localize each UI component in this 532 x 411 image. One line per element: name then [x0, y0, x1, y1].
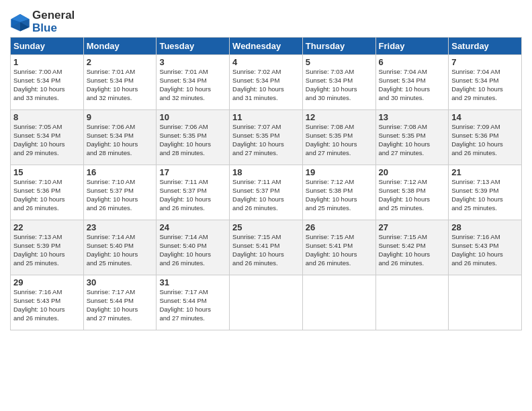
weekday-header: Thursday — [302, 38, 375, 55]
logo: General Blue — [10, 9, 75, 34]
calendar-cell — [302, 275, 375, 330]
calendar-cell: 5Sunrise: 7:03 AMSunset: 5:34 PMDaylight… — [302, 55, 375, 110]
weekday-header: Saturday — [449, 38, 522, 55]
cell-content: Sunrise: 7:14 AMSunset: 5:40 PMDaylight:… — [159, 233, 226, 267]
calendar-cell: 3Sunrise: 7:01 AMSunset: 5:34 PMDaylight… — [157, 55, 230, 110]
calendar-cell: 22Sunrise: 7:13 AMSunset: 5:39 PMDayligh… — [11, 220, 84, 275]
calendar-cell: 1Sunrise: 7:00 AMSunset: 5:34 PMDaylight… — [11, 55, 84, 110]
day-number: 21 — [451, 167, 519, 177]
calendar-cell: 31Sunrise: 7:17 AMSunset: 5:44 PMDayligh… — [157, 275, 230, 330]
cell-content: Sunrise: 7:10 AMSunset: 5:37 PMDaylight:… — [87, 178, 154, 212]
calendar-cell: 8Sunrise: 7:05 AMSunset: 5:34 PMDaylight… — [11, 110, 84, 165]
calendar-cell: 18Sunrise: 7:11 AMSunset: 5:37 PMDayligh… — [230, 165, 303, 220]
day-number: 31 — [159, 277, 226, 287]
day-number: 4 — [232, 57, 300, 67]
calendar-header-row: SundayMondayTuesdayWednesdayThursdayFrid… — [11, 38, 522, 55]
weekday-header: Tuesday — [157, 38, 230, 55]
day-number: 6 — [379, 57, 446, 67]
cell-content: Sunrise: 7:06 AMSunset: 5:35 PMDaylight:… — [159, 123, 226, 157]
day-number: 15 — [13, 167, 81, 177]
day-number: 24 — [159, 222, 226, 232]
cell-content: Sunrise: 7:10 AMSunset: 5:36 PMDaylight:… — [13, 178, 81, 212]
day-number: 30 — [87, 277, 154, 287]
calendar-cell: 23Sunrise: 7:14 AMSunset: 5:40 PMDayligh… — [83, 220, 157, 275]
calendar-week-row: 8Sunrise: 7:05 AMSunset: 5:34 PMDaylight… — [11, 110, 522, 165]
cell-content: Sunrise: 7:15 AMSunset: 5:42 PMDaylight:… — [379, 233, 446, 267]
day-number: 9 — [87, 112, 154, 122]
calendar-cell: 27Sunrise: 7:15 AMSunset: 5:42 PMDayligh… — [375, 220, 449, 275]
day-number: 22 — [13, 222, 81, 232]
header: General Blue — [10, 7, 522, 34]
calendar-week-row: 22Sunrise: 7:13 AMSunset: 5:39 PMDayligh… — [11, 220, 522, 275]
day-number: 8 — [13, 112, 81, 122]
calendar-cell: 28Sunrise: 7:16 AMSunset: 5:43 PMDayligh… — [449, 220, 522, 275]
cell-content: Sunrise: 7:04 AMSunset: 5:34 PMDaylight:… — [379, 68, 446, 102]
calendar-cell: 2Sunrise: 7:01 AMSunset: 5:34 PMDaylight… — [83, 55, 157, 110]
calendar-cell: 7Sunrise: 7:04 AMSunset: 5:34 PMDaylight… — [449, 55, 522, 110]
cell-content: Sunrise: 7:17 AMSunset: 5:44 PMDaylight:… — [159, 288, 226, 322]
calendar-cell: 11Sunrise: 7:07 AMSunset: 5:35 PMDayligh… — [230, 110, 303, 165]
calendar-cell — [375, 275, 449, 330]
calendar-cell: 25Sunrise: 7:15 AMSunset: 5:41 PMDayligh… — [230, 220, 303, 275]
calendar-cell: 24Sunrise: 7:14 AMSunset: 5:40 PMDayligh… — [157, 220, 230, 275]
weekday-header: Wednesday — [230, 38, 303, 55]
cell-content: Sunrise: 7:06 AMSunset: 5:34 PMDaylight:… — [87, 123, 154, 157]
day-number: 14 — [451, 112, 519, 122]
cell-content: Sunrise: 7:01 AMSunset: 5:34 PMDaylight:… — [87, 68, 154, 102]
cell-content: Sunrise: 7:09 AMSunset: 5:36 PMDaylight:… — [451, 123, 519, 157]
cell-content: Sunrise: 7:15 AMSunset: 5:41 PMDaylight:… — [306, 233, 373, 267]
cell-content: Sunrise: 7:08 AMSunset: 5:35 PMDaylight:… — [306, 123, 373, 157]
calendar-cell: 10Sunrise: 7:06 AMSunset: 5:35 PMDayligh… — [157, 110, 230, 165]
day-number: 16 — [87, 167, 154, 177]
day-number: 18 — [232, 167, 300, 177]
calendar-cell: 30Sunrise: 7:17 AMSunset: 5:44 PMDayligh… — [83, 275, 157, 330]
cell-content: Sunrise: 7:11 AMSunset: 5:37 PMDaylight:… — [159, 178, 226, 212]
cell-content: Sunrise: 7:12 AMSunset: 5:38 PMDaylight:… — [379, 178, 446, 212]
cell-content: Sunrise: 7:14 AMSunset: 5:40 PMDaylight:… — [87, 233, 154, 267]
calendar-cell: 4Sunrise: 7:02 AMSunset: 5:34 PMDaylight… — [230, 55, 303, 110]
cell-content: Sunrise: 7:11 AMSunset: 5:37 PMDaylight:… — [232, 178, 300, 212]
logo-text: General Blue — [32, 9, 75, 34]
calendar-cell — [230, 275, 303, 330]
calendar-cell: 6Sunrise: 7:04 AMSunset: 5:34 PMDaylight… — [375, 55, 449, 110]
cell-content: Sunrise: 7:01 AMSunset: 5:34 PMDaylight:… — [159, 68, 226, 102]
calendar-cell: 20Sunrise: 7:12 AMSunset: 5:38 PMDayligh… — [375, 165, 449, 220]
day-number: 23 — [87, 222, 154, 232]
calendar-cell: 21Sunrise: 7:13 AMSunset: 5:39 PMDayligh… — [449, 165, 522, 220]
day-number: 20 — [379, 167, 446, 177]
day-number: 5 — [306, 57, 373, 67]
calendar-week-row: 15Sunrise: 7:10 AMSunset: 5:36 PMDayligh… — [11, 165, 522, 220]
calendar-week-row: 29Sunrise: 7:16 AMSunset: 5:43 PMDayligh… — [11, 275, 522, 330]
calendar-cell: 26Sunrise: 7:15 AMSunset: 5:41 PMDayligh… — [302, 220, 375, 275]
cell-content: Sunrise: 7:03 AMSunset: 5:34 PMDaylight:… — [306, 68, 373, 102]
weekday-header: Monday — [83, 38, 157, 55]
day-number: 19 — [306, 167, 373, 177]
cell-content: Sunrise: 7:02 AMSunset: 5:34 PMDaylight:… — [232, 68, 300, 102]
day-number: 29 — [13, 277, 81, 287]
day-number: 3 — [159, 57, 226, 67]
logo-icon — [10, 12, 30, 32]
cell-content: Sunrise: 7:13 AMSunset: 5:39 PMDaylight:… — [451, 178, 519, 212]
cell-content: Sunrise: 7:08 AMSunset: 5:35 PMDaylight:… — [379, 123, 446, 157]
calendar-table: SundayMondayTuesdayWednesdayThursdayFrid… — [10, 37, 522, 330]
day-number: 26 — [306, 222, 373, 232]
calendar-cell: 12Sunrise: 7:08 AMSunset: 5:35 PMDayligh… — [302, 110, 375, 165]
day-number: 12 — [306, 112, 373, 122]
day-number: 25 — [232, 222, 300, 232]
calendar-cell: 14Sunrise: 7:09 AMSunset: 5:36 PMDayligh… — [449, 110, 522, 165]
calendar-cell — [449, 275, 522, 330]
cell-content: Sunrise: 7:05 AMSunset: 5:34 PMDaylight:… — [13, 123, 81, 157]
cell-content: Sunrise: 7:07 AMSunset: 5:35 PMDaylight:… — [232, 123, 300, 157]
calendar-cell: 13Sunrise: 7:08 AMSunset: 5:35 PMDayligh… — [375, 110, 449, 165]
weekday-header: Sunday — [11, 38, 84, 55]
cell-content: Sunrise: 7:16 AMSunset: 5:43 PMDaylight:… — [451, 233, 519, 267]
calendar-cell: 17Sunrise: 7:11 AMSunset: 5:37 PMDayligh… — [157, 165, 230, 220]
day-number: 17 — [159, 167, 226, 177]
cell-content: Sunrise: 7:15 AMSunset: 5:41 PMDaylight:… — [232, 233, 300, 267]
cell-content: Sunrise: 7:00 AMSunset: 5:34 PMDaylight:… — [13, 68, 81, 102]
day-number: 1 — [13, 57, 81, 67]
day-number: 10 — [159, 112, 226, 122]
day-number: 11 — [232, 112, 300, 122]
cell-content: Sunrise: 7:17 AMSunset: 5:44 PMDaylight:… — [87, 288, 154, 322]
cell-content: Sunrise: 7:04 AMSunset: 5:34 PMDaylight:… — [451, 68, 519, 102]
